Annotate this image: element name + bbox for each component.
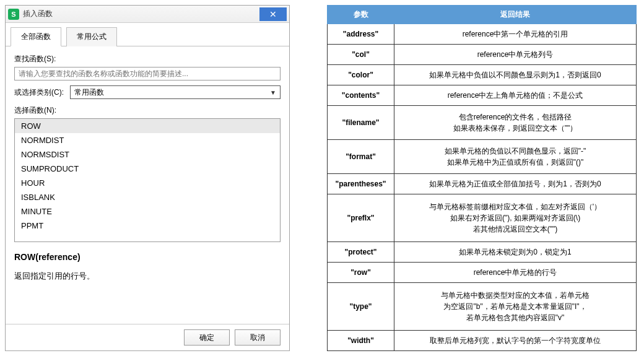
result-cell: 如果单元格为正值或全部值加括号，则为1，否则为0 (394, 174, 637, 194)
help-section: ROW(reference) 返回指定引用的行号。 (14, 252, 281, 282)
tab-bar: 全部函数 常用公式 (6, 23, 289, 46)
table-row: "address"reference中第一个单元格的引用 (328, 24, 637, 45)
list-item[interactable]: MINUTE (15, 204, 280, 219)
dialog-title: 插入函数 (23, 9, 256, 19)
result-cell: 取整后单元格列宽，默认字号的第一个字符宽度单位 (394, 331, 637, 351)
table-row: "prefIx"与单元格标签前缀相对应文本值，如左对齐返回（'）如果右对齐返回(… (328, 194, 637, 242)
function-listbox[interactable]: ROWNORMDISTNORMSDISTSUMPRODUCTHOURISBLAN… (14, 118, 281, 242)
list-item[interactable]: HOUR (15, 176, 280, 190)
titlebar: S 插入函数 ✕ (6, 6, 289, 23)
param-cell: "address" (328, 24, 394, 45)
dialog-body: 查找函数(S): 或选择类别(C): 常用函数 ▼ 选择函数(N): ROWNO… (6, 46, 289, 324)
close-icon: ✕ (269, 9, 277, 19)
result-cell: 如果单元格未锁定则为0，锁定为1 (394, 242, 637, 263)
table-row: "filename"包含reference的文件名，包括路径如果表格未保存，则返… (328, 106, 637, 140)
tab-common-formulas[interactable]: 常用公式 (66, 27, 117, 46)
tab-all-functions[interactable]: 全部函数 (11, 27, 61, 46)
param-cell: "contents" (328, 85, 394, 106)
header-result: 返回结果 (394, 6, 637, 24)
category-label: 或选择类别(C): (14, 87, 64, 98)
table-row: "format"如果单元格的负值以不同颜色显示，返回"-"如果单元格中为正值或所… (328, 140, 637, 174)
table-header-row: 参数 返回结果 (328, 6, 637, 24)
param-cell: "color" (328, 65, 394, 85)
result-cell: reference中单元格列号 (394, 45, 637, 65)
category-dropdown[interactable]: 常用函数 ▼ (70, 85, 281, 99)
table-row: "parentheses"如果单元格为正值或全部值加括号，则为1，否则为0 (328, 174, 637, 194)
list-item[interactable]: NORMDIST (15, 133, 280, 147)
table-row: "type"与单元格中数据类型对应的文本值，若单元格为空返回"b"，若单元格是文… (328, 283, 637, 331)
result-cell: 包含reference的文件名，包括路径如果表格未保存，则返回空文本（""） (394, 106, 637, 140)
param-cell: "filename" (328, 106, 394, 140)
list-item[interactable]: ROW (15, 119, 280, 133)
param-cell: "width" (328, 331, 394, 351)
list-label: 选择函数(N): (14, 105, 281, 116)
list-item[interactable]: SUMPRODUCT (15, 162, 280, 176)
result-cell: reference中单元格的行号 (394, 263, 637, 283)
category-value: 常用函数 (74, 87, 104, 98)
header-param: 参数 (328, 6, 394, 24)
search-label: 查找函数(S): (14, 54, 281, 64)
close-button[interactable]: ✕ (259, 7, 287, 21)
table-row: "col"reference中单元格列号 (328, 45, 637, 65)
table-row: "color"如果单元格中负值以不同颜色显示则为1，否则返回0 (328, 65, 637, 85)
result-cell: 如果单元格中负值以不同颜色显示则为1，否则返回0 (394, 65, 637, 85)
table-row: "contents"reference中左上角单元格的值；不是公式 (328, 85, 637, 106)
param-cell: "type" (328, 283, 394, 331)
param-cell: "format" (328, 140, 394, 174)
result-cell: 如果单元格的负值以不同颜色显示，返回"-"如果单元格中为正值或所有值，则返回"(… (394, 140, 637, 174)
list-item[interactable]: ISBLANK (15, 190, 280, 204)
function-description: 返回指定引用的行号。 (14, 271, 281, 282)
table-row: "protect"如果单元格未锁定则为0，锁定为1 (328, 242, 637, 263)
chevron-down-icon: ▼ (270, 89, 276, 96)
ok-button[interactable]: 确定 (184, 329, 230, 346)
result-cell: reference中左上角单元格的值；不是公式 (394, 85, 637, 106)
list-item[interactable]: NORMSDIST (15, 147, 280, 162)
table-row: "width"取整后单元格列宽，默认字号的第一个字符宽度单位 (328, 331, 637, 351)
insert-function-dialog: S 插入函数 ✕ 全部函数 常用公式 查找函数(S): 或选择类别(C): 常用… (5, 5, 290, 351)
result-cell: 与单元格标签前缀相对应文本值，如左对齐返回（'）如果右对齐返回("), 如果两端… (394, 194, 637, 242)
param-cell: "protect" (328, 242, 394, 263)
result-cell: 与单元格中数据类型对应的文本值，若单元格为空返回"b"，若单元格是文本常量返回"… (394, 283, 637, 331)
reference-table: 参数 返回结果 "address"reference中第一个单元格的引用"col… (327, 5, 637, 351)
table-row: "row"reference中单元格的行号 (328, 263, 637, 283)
param-cell: "prefIx" (328, 194, 394, 242)
function-signature: ROW(reference) (14, 252, 281, 262)
result-cell: reference中第一个单元格的引用 (394, 24, 637, 45)
param-cell: "parentheses" (328, 174, 394, 194)
search-input[interactable] (14, 67, 281, 80)
dialog-footer: 确定 取消 (6, 324, 289, 350)
list-item[interactable]: PPMT (15, 219, 280, 233)
cancel-button[interactable]: 取消 (235, 329, 281, 346)
app-icon: S (8, 9, 19, 20)
param-cell: "row" (328, 263, 394, 283)
param-cell: "col" (328, 45, 394, 65)
